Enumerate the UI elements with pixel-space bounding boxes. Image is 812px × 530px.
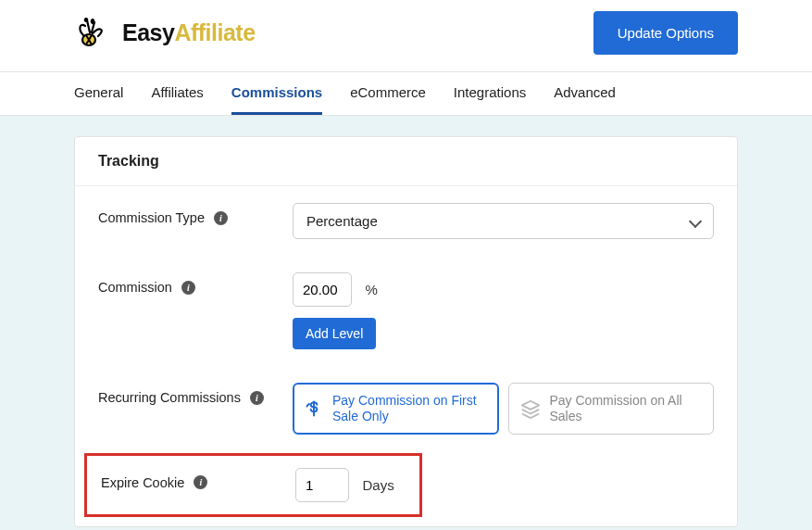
expire-cookie-label: Expire Cookie bbox=[101, 475, 184, 490]
tab-advanced[interactable]: Advanced bbox=[554, 72, 616, 115]
card-title: Tracking bbox=[75, 137, 737, 186]
info-icon[interactable]: i bbox=[181, 281, 195, 295]
tracking-card: Tracking Commission Type i Percentage Co… bbox=[74, 136, 738, 527]
add-level-button[interactable]: Add Level bbox=[293, 318, 376, 349]
update-options-button[interactable]: Update Options bbox=[593, 11, 738, 55]
commission-row: Commission i % Add Level bbox=[75, 256, 737, 366]
svg-marker-1 bbox=[521, 401, 538, 410]
tab-ecommerce[interactable]: eCommerce bbox=[350, 72, 426, 115]
commission-type-label: Commission Type bbox=[98, 210, 205, 225]
commission-input[interactable] bbox=[293, 272, 352, 307]
recurring-label-wrap: Recurring Commissions i bbox=[98, 383, 293, 405]
expire-cookie-input[interactable] bbox=[295, 468, 349, 502]
commission-label-wrap: Commission i bbox=[98, 272, 293, 295]
info-icon[interactable]: i bbox=[194, 475, 207, 489]
recurring-control: Pay Commission on First Sale Only Pay Co… bbox=[293, 383, 714, 435]
expire-cookie-unit: Days bbox=[362, 477, 394, 493]
header-bar: EasyAffiliate Update Options bbox=[0, 0, 812, 72]
recurring-first-sale-text: Pay Commission on First Sale Only bbox=[332, 393, 487, 424]
commission-type-value: Percentage bbox=[306, 213, 378, 229]
chevron-down-icon bbox=[691, 213, 700, 229]
expire-cookie-row: Expire Cookie i Days bbox=[84, 453, 422, 517]
logo-text-easy: Easy bbox=[122, 19, 174, 45]
expire-cookie-control: Days bbox=[295, 468, 406, 502]
tabs-bar: General Affiliates Commissions eCommerce… bbox=[0, 72, 812, 116]
layers-icon bbox=[520, 398, 541, 419]
recurring-all-sales-text: Pay Commission on All Sales bbox=[550, 393, 703, 424]
logo-text-affiliate: Affiliate bbox=[174, 19, 255, 45]
recurring-all-sales-option[interactable]: Pay Commission on All Sales bbox=[508, 383, 715, 435]
bee-icon bbox=[74, 15, 117, 52]
logo-text: EasyAffiliate bbox=[122, 19, 256, 46]
tab-integrations[interactable]: Integrations bbox=[454, 72, 526, 115]
commission-unit: % bbox=[365, 282, 377, 297]
info-icon[interactable]: i bbox=[214, 211, 228, 225]
tab-commissions[interactable]: Commissions bbox=[231, 72, 322, 115]
commission-type-control: Percentage bbox=[293, 203, 714, 239]
logo: EasyAffiliate bbox=[74, 15, 256, 52]
commission-input-wrap: % bbox=[293, 272, 714, 307]
commission-type-select[interactable]: Percentage bbox=[293, 203, 714, 239]
expire-cookie-label-wrap: Expire Cookie i bbox=[101, 468, 295, 490]
commission-label: Commission bbox=[98, 280, 172, 295]
dollar-icon bbox=[305, 399, 323, 418]
commission-control: % Add Level bbox=[293, 272, 714, 349]
commission-type-label-wrap: Commission Type i bbox=[98, 203, 293, 225]
recurring-first-sale-option[interactable]: Pay Commission on First Sale Only bbox=[293, 383, 499, 435]
tab-affiliates[interactable]: Affiliates bbox=[151, 72, 203, 115]
recurring-row: Recurring Commissions i Pay Commission o… bbox=[75, 366, 737, 451]
tab-general[interactable]: General bbox=[74, 72, 123, 115]
commission-type-row: Commission Type i Percentage bbox=[75, 186, 737, 256]
recurring-label: Recurring Commissions bbox=[98, 390, 241, 405]
info-icon[interactable]: i bbox=[250, 391, 264, 405]
